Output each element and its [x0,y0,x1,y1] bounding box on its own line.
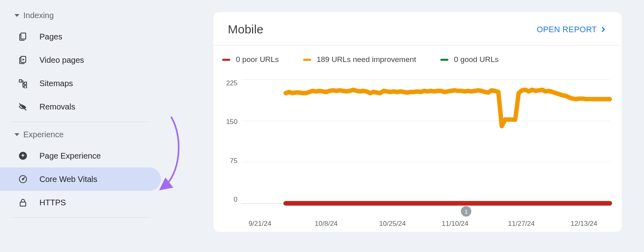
legend-swatch [222,59,230,61]
legend-item-good[interactable]: 0 good URLs [440,55,499,64]
svg-rect-2 [19,80,22,82]
svg-point-10 [608,98,612,100]
chart-legend: 0 poor URLs 189 URLs need improvement 0 … [213,45,622,67]
caret-down-icon [14,14,19,17]
sparkle-icon [18,151,28,161]
y-tick: 0 [213,196,237,204]
callout-arrow-icon [157,115,185,195]
plot-area [242,79,610,204]
pages-icon [18,31,28,42]
sidebar-item-label: Core Web Vitals [39,175,97,184]
chart: 225 150 75 0 9/21/2410/8/2410/25/2411/10… [213,67,622,232]
x-tick: 9/21/24 [248,220,271,228]
sidebar-item-label: Removals [39,102,75,112]
sidebar-item-sitemaps[interactable]: Sitemaps [0,72,161,95]
y-tick: 75 [213,157,237,165]
legend-label: 189 URLs need improvement [317,55,416,64]
sidebar-item-label: Video pages [39,56,84,65]
y-axis: 225 150 75 0 [213,79,242,204]
chevron-right-icon [599,25,607,33]
section-label: Indexing [23,11,54,20]
x-tick: 10/8/24 [315,220,338,228]
svg-rect-3 [24,82,27,85]
x-tick: 10/25/24 [379,220,406,228]
event-marker[interactable]: 1 [461,206,471,217]
video-pages-icon [18,55,28,65]
sidebar-item-label: HTTPS [39,198,66,207]
section-divider [11,217,150,218]
sidebar: Indexing Pages Video pages Sitemaps Remo [0,0,161,252]
card-header: Mobile OPEN REPORT [213,12,622,45]
y-tick: 225 [213,79,237,87]
caret-down-icon [14,133,19,136]
section-header-indexing[interactable]: Indexing [0,6,161,25]
svg-point-9 [608,202,612,204]
sidebar-item-label: Sitemaps [39,79,73,88]
legend-label: 0 good URLs [454,55,499,64]
legend-item-poor[interactable]: 0 poor URLs [222,55,279,64]
legend-swatch [303,59,311,61]
svg-point-7 [23,179,24,180]
sidebar-item-removals[interactable]: Removals [0,95,161,118]
legend-swatch [440,59,448,61]
x-tick: 12/13/24 [571,220,597,228]
sitemaps-icon [18,78,28,89]
card-title: Mobile [228,23,263,36]
svg-rect-0 [21,33,26,39]
sidebar-item-label: Page Experience [39,151,101,161]
open-report-button[interactable]: OPEN REPORT [537,25,607,34]
sidebar-item-https[interactable]: HTTPS [0,191,161,214]
lock-icon [18,197,28,208]
sidebar-item-page-experience[interactable]: Page Experience [0,144,161,167]
section-header-experience[interactable]: Experience [0,125,161,144]
legend-label: 0 poor URLs [236,55,279,64]
sidebar-item-pages[interactable]: Pages [0,25,161,48]
open-report-label: OPEN REPORT [537,25,597,34]
sidebar-item-video-pages[interactable]: Video pages [0,48,161,72]
x-tick: 11/27/24 [508,220,535,228]
legend-item-needs-improvement[interactable]: 189 URLs need improvement [303,55,416,64]
y-tick: 150 [213,118,237,126]
section-divider [11,122,150,122]
svg-rect-8 [20,202,26,206]
removals-icon [18,101,28,112]
sidebar-item-core-web-vitals[interactable]: Core Web Vitals [0,167,161,191]
speed-icon [18,174,28,184]
svg-rect-4 [24,86,27,88]
sidebar-item-label: Pages [39,32,62,41]
x-tick: 11/10/24 [442,220,469,228]
event-marker-label: 1 [464,208,468,215]
report-card: Mobile OPEN REPORT 0 poor URLs 189 URLs … [213,12,622,232]
section-label: Experience [23,130,64,139]
